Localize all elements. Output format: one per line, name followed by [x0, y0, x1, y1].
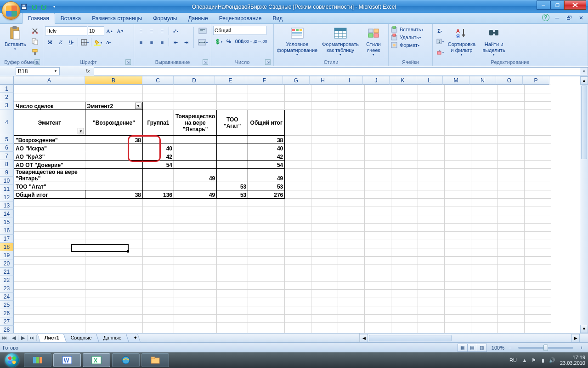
col-header[interactable]: J [363, 76, 390, 85]
name-box[interactable]: B18 ▼ [16, 67, 60, 75]
row-header[interactable]: 1 [0, 85, 14, 93]
formula-expand-icon[interactable]: ▾ [580, 67, 588, 75]
col-header[interactable]: F [246, 76, 283, 85]
format-painter-icon[interactable] [30, 47, 40, 57]
merge-center-icon[interactable]: ▾ [196, 37, 209, 47]
autosum-icon[interactable]: Σ▾ [435, 26, 445, 36]
sheet-nav-first-icon[interactable]: ⏮ [0, 335, 9, 341]
font-family-input[interactable] [45, 26, 87, 35]
col-header[interactable]: O [496, 76, 523, 85]
row-header[interactable]: 19 [0, 251, 14, 259]
row-header[interactable]: 8 [0, 160, 14, 168]
taskbar-item-excel[interactable]: X [83, 353, 110, 367]
col-header[interactable]: E [215, 76, 246, 85]
taskbar-item-explorer[interactable] [141, 353, 169, 367]
decrease-indent-icon[interactable]: ⇤ [170, 37, 181, 47]
clock[interactable]: 17:19 23.03.2010 [560, 355, 585, 366]
tray-up-icon[interactable]: ▲ [521, 357, 528, 363]
row-header[interactable]: 3 [0, 101, 14, 109]
help-icon[interactable]: ? [542, 14, 549, 21]
new-sheet-icon[interactable]: ✦ [126, 334, 141, 342]
number-dialog-icon[interactable]: ⇲ [265, 59, 271, 65]
cell-styles-button[interactable]: Стили ячеек ▾ [362, 25, 385, 58]
col-header[interactable]: L [416, 76, 443, 85]
select-all-corner[interactable] [0, 76, 14, 85]
sheet-tab[interactable]: Сводные [63, 334, 99, 342]
copy-icon[interactable] [30, 36, 40, 46]
col-header[interactable]: A [14, 76, 85, 85]
pivot-row-field[interactable]: Эмитент▼ [14, 110, 85, 136]
alignment-dialog-icon[interactable]: ⇲ [203, 59, 208, 65]
maximize-button[interactable]: ❐ [550, 0, 564, 10]
row-header[interactable]: 23 [0, 284, 14, 293]
pivot-col-field[interactable]: Эмитент2▼ [85, 102, 143, 110]
row-header[interactable]: 11 [0, 185, 14, 193]
clipboard-dialog-icon[interactable]: ⇲ [34, 59, 40, 65]
row-header[interactable]: 25 [0, 301, 14, 309]
col-header[interactable]: K [390, 76, 416, 85]
row-header[interactable]: 4 [0, 109, 14, 135]
row-header[interactable]: 2 [0, 93, 14, 101]
sheet-nav-last-icon[interactable]: ⏭ [28, 335, 37, 341]
view-normal-icon[interactable]: ▦ [458, 344, 468, 352]
row-header[interactable]: 7 [0, 152, 14, 160]
row-header[interactable]: 15 [0, 218, 14, 226]
format-as-table-button[interactable]: Форматировать как таблицу ▾ [320, 25, 361, 58]
col-header[interactable]: C [142, 76, 174, 85]
ribbon-close-icon[interactable]: ✕ [577, 14, 585, 22]
flag-icon[interactable]: ⚑ [531, 357, 537, 363]
tab-formulas[interactable]: Формулы [147, 13, 182, 23]
delete-cells-button[interactable]: Удалить ▾ [390, 34, 423, 41]
find-select-button[interactable]: Найти и выделить ▾ [479, 25, 509, 58]
col-header[interactable]: N [469, 76, 496, 85]
office-button[interactable] [2, 1, 20, 20]
align-bottom-icon[interactable]: ≡ [157, 26, 167, 36]
scroll-up-icon[interactable]: ▲ [580, 76, 588, 85]
scroll-thumb[interactable] [369, 335, 452, 341]
currency-icon[interactable]: 💲▾ [213, 36, 223, 46]
volume-icon[interactable]: 🔊 [549, 357, 555, 363]
border-icon[interactable]: ▾ [79, 37, 90, 47]
row-header[interactable]: 26 [0, 309, 14, 317]
scroll-down-icon[interactable]: ▼ [580, 325, 588, 333]
fill-color-icon[interactable]: ▾ [93, 37, 103, 47]
row-header[interactable]: 24 [0, 293, 14, 301]
col-header[interactable]: D [174, 76, 215, 85]
row-header[interactable]: 21 [0, 268, 14, 276]
row-header[interactable]: 28 [0, 326, 14, 333]
clear-icon[interactable]: ▾ [435, 47, 445, 57]
fill-icon[interactable]: ▾ [435, 36, 445, 46]
col-header[interactable]: B [85, 76, 142, 85]
orientation-icon[interactable]: ⤢▾ [170, 26, 181, 36]
chevron-down-icon[interactable]: ▼ [54, 69, 57, 73]
conditional-formatting-button[interactable]: Условное форматирование ▾ [276, 25, 319, 58]
underline-icon[interactable]: Ч▾ [66, 37, 76, 47]
ribbon-restore-icon[interactable]: 🗗 [565, 14, 573, 22]
tab-insert[interactable]: Вставка [55, 13, 87, 23]
ribbon-minimize-icon[interactable]: ─ [553, 14, 561, 22]
align-middle-icon[interactable]: ≡ [147, 26, 157, 36]
row-header[interactable]: 10 [0, 177, 14, 185]
row-header[interactable]: 6 [0, 144, 14, 152]
align-left-icon[interactable]: ≡ [136, 37, 146, 47]
tab-page-layout[interactable]: Разметка страницы [86, 13, 147, 23]
row-header[interactable]: 20 [0, 259, 14, 268]
save-icon[interactable] [19, 2, 28, 12]
qat-dropdown-icon[interactable]: ▾ [50, 2, 59, 12]
redo-icon[interactable] [40, 2, 49, 12]
col-header[interactable]: I [336, 76, 363, 85]
sheet-tab[interactable]: Лист1 [37, 334, 67, 342]
font-dialog-icon[interactable]: ⇲ [125, 59, 131, 65]
formula-input[interactable] [94, 67, 580, 75]
decrease-font-icon[interactable]: A▼ [115, 26, 125, 36]
row-header[interactable]: 18 [0, 243, 14, 251]
number-format-input[interactable] [213, 26, 266, 35]
font-size-input[interactable] [88, 26, 104, 35]
row-header[interactable]: 5 [0, 135, 14, 144]
col-header[interactable]: H [310, 76, 336, 85]
taskbar-item-ie[interactable] [112, 353, 140, 367]
scroll-thumb[interactable] [581, 86, 587, 159]
zoom-level[interactable]: 100% [492, 345, 504, 351]
zoom-in-icon[interactable]: + [578, 345, 585, 351]
increase-font-icon[interactable]: A▲ [105, 26, 115, 36]
